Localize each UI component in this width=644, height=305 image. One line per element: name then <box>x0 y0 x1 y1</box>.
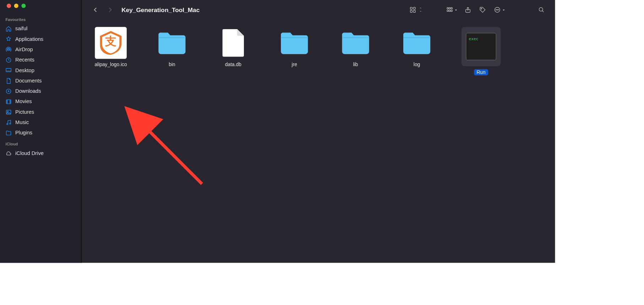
sidebar-section-favourites: Favourites <box>0 14 81 23</box>
sidebar-item-applications[interactable]: Applications <box>0 34 81 44</box>
svg-rect-18 <box>451 10 452 11</box>
sidebar-item-label: iCloud Drive <box>15 150 44 156</box>
sidebar-item-label: Documents <box>15 78 42 84</box>
folder-thumb <box>156 27 188 59</box>
sidebar-item-icloud-drive[interactable]: iCloud Drive <box>0 148 81 159</box>
sidebar-item-label: Recents <box>15 57 34 63</box>
svg-point-6 <box>7 111 9 112</box>
svg-rect-13 <box>447 7 448 9</box>
sidebar-item-label: AirDrop <box>15 47 33 53</box>
sidebar-section-icloud: iCloud <box>0 138 81 148</box>
file-item-folder[interactable]: lib <box>339 27 372 75</box>
folder-icon <box>6 130 12 136</box>
svg-point-20 <box>481 8 482 9</box>
file-name: jre <box>292 62 297 68</box>
minimize-window-button[interactable] <box>14 4 18 8</box>
cloud-icon <box>6 150 12 156</box>
stepper-icon: ⌃⌄ <box>419 8 422 11</box>
app-icon <box>6 36 12 42</box>
nav-forward-button[interactable] <box>105 5 115 15</box>
file-thumb: 支 <box>95 27 127 59</box>
sidebar-item-movies[interactable]: Movies <box>0 97 81 107</box>
file-item-ico[interactable]: 支 alipay_logo.ico <box>94 27 128 75</box>
svg-rect-9 <box>410 7 413 9</box>
chevron-down-icon <box>503 9 504 11</box>
close-window-button[interactable] <box>7 4 11 8</box>
main-panel: Key_Generation_Tool_Mac ⌃⌄ <box>82 0 555 263</box>
sidebar-item-airdrop[interactable]: AirDrop <box>0 44 81 55</box>
exec-label: exec <box>469 37 479 41</box>
file-name: log <box>414 62 420 68</box>
sidebar-item-desktop[interactable]: Desktop <box>0 65 81 76</box>
desktop-icon <box>6 68 12 74</box>
film-icon <box>6 99 12 105</box>
sidebar-item-downloads[interactable]: Downloads <box>0 86 81 96</box>
toolbar: Key_Generation_Tool_Mac ⌃⌄ <box>82 0 555 20</box>
file-item-folder[interactable]: log <box>400 27 434 75</box>
svg-rect-14 <box>449 7 451 9</box>
picture-icon <box>6 109 12 115</box>
home-icon <box>6 26 12 32</box>
window-traffic-lights <box>0 4 81 14</box>
file-name: lib <box>353 62 358 68</box>
file-item-exec[interactable]: exec Run <box>461 27 501 75</box>
file-name: data.db <box>225 62 241 68</box>
exec-terminal-icon: exec <box>466 33 496 60</box>
svg-point-25 <box>539 7 543 11</box>
folder-thumb <box>401 27 433 59</box>
svg-point-24 <box>498 10 499 10</box>
file-grid[interactable]: 支 alipay_logo.ico bin data.db jre <box>82 20 555 263</box>
sidebar-item-label: Movies <box>15 99 32 105</box>
svg-point-0 <box>8 49 9 50</box>
folder-thumb <box>340 27 372 59</box>
ico-preview: 支 <box>95 27 127 59</box>
file-item-folder[interactable]: bin <box>155 27 189 75</box>
sidebar-item-plugins[interactable]: Plugins <box>0 128 81 138</box>
sidebar-item-pictures[interactable]: Pictures <box>0 107 81 117</box>
airdrop-icon <box>6 47 12 53</box>
file-item-folder[interactable]: jre <box>278 27 311 75</box>
file-name: alipay_logo.ico <box>94 62 127 68</box>
svg-rect-17 <box>449 10 451 11</box>
view-icon-grid-button[interactable]: ⌃⌄ <box>408 5 424 15</box>
sidebar-item-documents[interactable]: Documents <box>0 76 81 86</box>
svg-rect-2 <box>6 69 11 72</box>
sidebar-item-label: Music <box>15 119 29 125</box>
svg-rect-16 <box>447 10 448 11</box>
folder-thumb <box>278 27 310 59</box>
tags-button[interactable] <box>477 5 488 15</box>
svg-text:支: 支 <box>105 35 116 48</box>
file-thumb: exec <box>465 31 497 63</box>
finder-window: Favourites saiful Applications AirDrop R… <box>0 0 555 263</box>
nav-back-button[interactable] <box>90 5 100 15</box>
sidebar-item-music[interactable]: Music <box>0 117 81 128</box>
sidebar-item-label: Pictures <box>15 109 34 115</box>
svg-rect-10 <box>413 7 415 9</box>
sidebar-item-recents[interactable]: Recents <box>0 55 81 65</box>
group-by-button[interactable] <box>444 5 459 15</box>
folder-title: Key_Generation_Tool_Mac <box>121 6 200 14</box>
clock-icon <box>6 57 12 63</box>
selected-highlight: exec <box>462 27 501 66</box>
svg-point-7 <box>7 123 8 125</box>
file-item-file[interactable]: data.db <box>216 27 250 75</box>
sidebar-item-label: Plugins <box>15 130 32 136</box>
zoom-window-button[interactable] <box>21 4 26 8</box>
more-actions-button[interactable] <box>492 5 506 15</box>
file-name: Run <box>474 69 488 75</box>
sidebar-item-label: Applications <box>15 36 43 42</box>
download-icon <box>6 88 12 94</box>
svg-rect-15 <box>451 7 452 9</box>
chevron-down-icon <box>455 9 457 11</box>
search-button[interactable] <box>536 5 546 15</box>
share-button[interactable] <box>463 5 473 15</box>
sidebar-item-label: Desktop <box>15 68 34 74</box>
sidebar-item-home[interactable]: saiful <box>0 23 81 34</box>
svg-point-23 <box>497 10 498 10</box>
svg-point-8 <box>10 123 11 124</box>
svg-rect-12 <box>413 10 415 12</box>
sidebar-item-label: saiful <box>15 26 27 32</box>
document-icon <box>6 78 12 84</box>
file-thumb <box>217 27 249 59</box>
svg-point-22 <box>496 10 497 10</box>
